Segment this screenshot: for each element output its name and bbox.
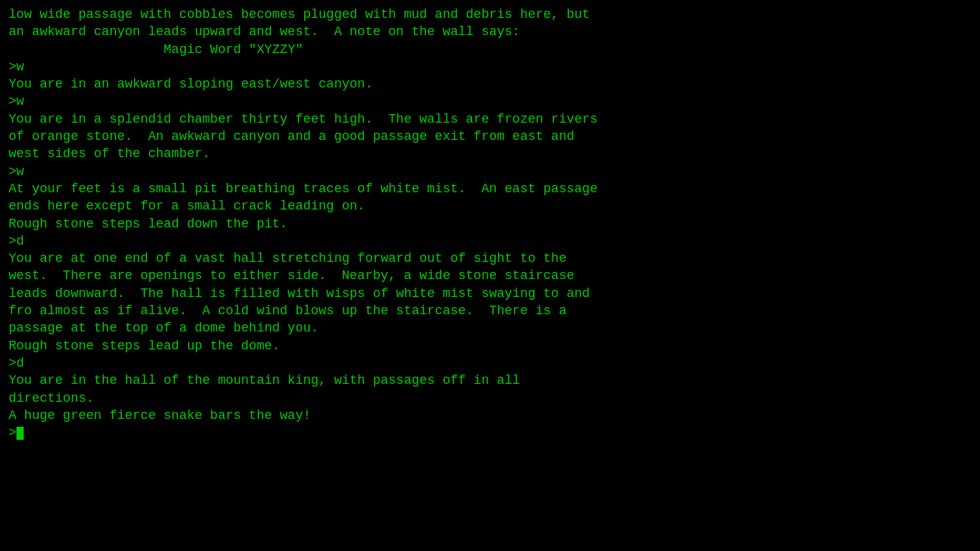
- cursor: [17, 427, 24, 440]
- terminal-output: low wide passage with cobbles becomes pl…: [9, 6, 971, 441]
